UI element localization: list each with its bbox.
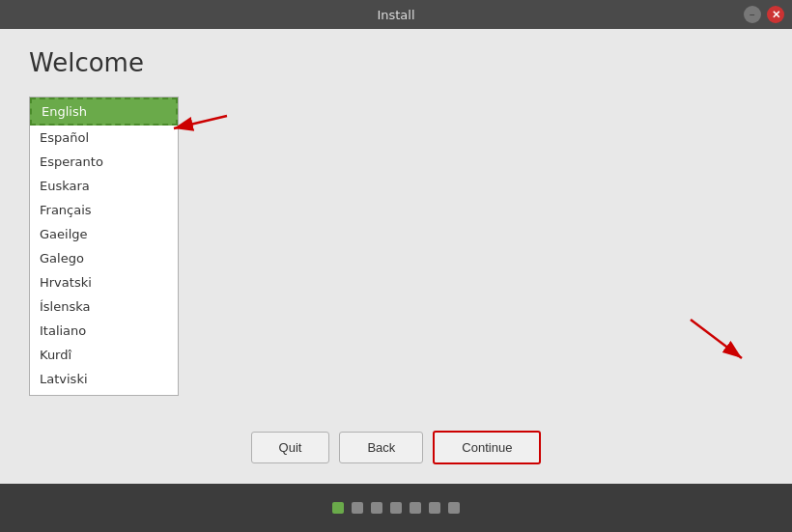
title-bar: Install − ✕ — [0, 0, 792, 29]
progress-dot-1 — [352, 502, 363, 514]
language-item-latviski[interactable]: Latviski — [30, 367, 178, 391]
progress-dot-2 — [371, 502, 382, 514]
language-item-kurdi[interactable]: Kurdî — [30, 343, 178, 367]
language-item-hrvatski[interactable]: Hrvatski — [30, 270, 178, 294]
language-list[interactable]: EnglishEspañolEsperantoEuskaraFrançaisGa… — [29, 97, 179, 396]
arrow-continue-indicator — [686, 315, 763, 368]
language-item-italiano[interactable]: Italiano — [30, 319, 178, 343]
window-controls: − ✕ — [744, 6, 784, 23]
progress-dot-3 — [390, 502, 402, 514]
page-title: Welcome — [29, 48, 763, 77]
language-item-gaeilge[interactable]: Gaeilge — [30, 222, 178, 246]
window-title: Install — [377, 8, 414, 22]
progress-dot-0 — [332, 502, 344, 514]
language-item-euskara[interactable]: Euskara — [30, 174, 178, 198]
language-item-espanol[interactable]: Español — [30, 126, 178, 150]
svg-line-3 — [691, 320, 742, 358]
progress-bar — [0, 484, 792, 532]
language-item-galego[interactable]: Galego — [30, 246, 178, 270]
svg-line-1 — [174, 116, 227, 128]
close-button[interactable]: ✕ — [767, 6, 784, 23]
continue-button[interactable]: Continue — [433, 431, 541, 464]
main-content: Welcome EnglishEspañolEsperantoEuskaraFr… — [0, 29, 792, 484]
language-item-francais[interactable]: Français — [30, 198, 178, 222]
back-button[interactable]: Back — [339, 432, 423, 463]
language-item-english[interactable]: English — [30, 98, 178, 126]
quit-button[interactable]: Quit — [251, 432, 330, 463]
progress-dot-6 — [448, 502, 460, 514]
language-item-esperanto[interactable]: Esperanto — [30, 150, 178, 174]
button-bar: Quit Back Continue — [29, 421, 763, 469]
progress-dot-4 — [410, 502, 421, 514]
progress-dot-5 — [429, 502, 440, 514]
content-area: EnglishEspañolEsperantoEuskaraFrançaisGa… — [29, 97, 763, 421]
language-item-islenska[interactable]: Íslenska — [30, 294, 178, 319]
minimize-button[interactable]: − — [744, 6, 761, 23]
